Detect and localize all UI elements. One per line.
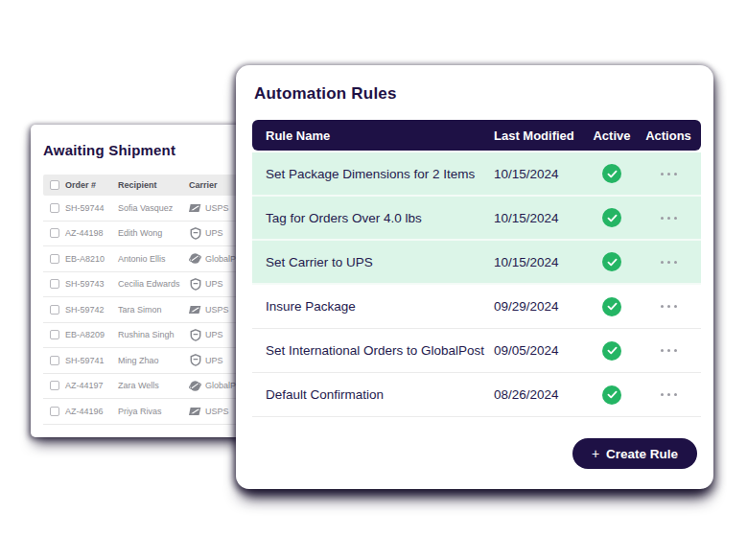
shipment-row[interactable]: SH-59743 Cecilia Edwards UPS [43, 272, 254, 298]
row-checkbox[interactable] [50, 228, 59, 238]
shipment-row[interactable]: AZ-44196 Priya Rivas USPS [43, 399, 254, 425]
rule-row[interactable]: Insure Package 09/29/2024 [252, 285, 701, 329]
shipment-row[interactable]: EB-A8210 Antonio Ellis GlobalPost [43, 246, 254, 272]
carrier-name: USPS [205, 407, 229, 416]
rule-name: Set Carrier to UPS [252, 255, 494, 269]
order-number: AZ-44197 [65, 381, 118, 390]
order-number: EB-A8209 [65, 330, 118, 339]
active-check-icon[interactable] [602, 164, 621, 183]
ups-icon [189, 354, 201, 366]
shipment-row[interactable]: AZ-44197 Zara Wells GlobalPost [43, 374, 254, 400]
automation-rules-table: Rule Name Last Modified Active Actions S… [252, 120, 701, 417]
column-header-active: Active [588, 128, 636, 143]
row-actions-menu-icon[interactable] [661, 393, 677, 396]
column-header-rule-name: Rule Name [252, 128, 494, 143]
row-actions-menu-icon[interactable] [661, 261, 677, 264]
plus-icon: + [592, 446, 599, 461]
row-actions-menu-icon[interactable] [661, 173, 677, 175]
recipient-name: Priya Rivas [118, 407, 189, 416]
order-number: AZ-44198 [65, 228, 118, 238]
active-check-icon[interactable] [602, 385, 621, 405]
order-number: SH-59743 [65, 279, 118, 289]
globalpost-icon [189, 380, 201, 392]
active-check-icon[interactable] [602, 297, 621, 316]
recipient-name: Rushina Singh [118, 330, 189, 339]
active-check-icon[interactable] [602, 341, 621, 361]
select-all-checkbox[interactable] [50, 180, 59, 190]
ups-icon [189, 278, 201, 291]
rule-name: Default Confirmation [252, 387, 494, 402]
awaiting-shipment-title: Awaiting Shipment [43, 142, 175, 158]
awaiting-shipment-table: Order # Recipient Carrier SH-59744 Sofia… [43, 175, 254, 425]
row-checkbox[interactable] [50, 203, 59, 213]
row-checkbox[interactable] [50, 330, 59, 339]
rule-last-modified: 09/29/2024 [494, 299, 588, 314]
carrier-name: UPS [205, 279, 223, 289]
column-header-last-modified: Last Modified [494, 128, 588, 143]
automation-rules-card: Automation Rules Rule Name Last Modified… [236, 65, 713, 489]
create-rule-button[interactable]: + Create Rule [572, 438, 697, 469]
rule-last-modified: 09/05/2024 [494, 343, 588, 358]
recipient-name: Cecilia Edwards [118, 279, 189, 289]
row-checkbox[interactable] [50, 381, 59, 390]
row-checkbox[interactable] [50, 279, 59, 289]
order-number: AZ-44196 [65, 407, 118, 416]
rule-name: Insure Package [252, 299, 494, 314]
column-header-actions: Actions [636, 128, 701, 143]
rule-row[interactable]: Set Carrier to UPS 10/15/2024 [252, 241, 701, 285]
rule-last-modified: 10/15/2024 [494, 211, 588, 225]
rule-last-modified: 08/26/2024 [494, 387, 588, 402]
globalpost-icon [189, 252, 201, 265]
rule-name: Set International Orders to GlobalPost [252, 343, 494, 358]
row-actions-menu-icon[interactable] [661, 217, 677, 220]
recipient-name: Ming Zhao [118, 356, 189, 365]
recipient-name: Edith Wong [118, 228, 189, 238]
ups-icon [189, 227, 201, 240]
order-number: SH-59744 [65, 203, 118, 213]
rule-last-modified: 10/15/2024 [494, 255, 588, 269]
rule-name: Tag for Orders Over 4.0 lbs [252, 211, 494, 225]
rule-row[interactable]: Set International Orders to GlobalPost 0… [252, 329, 701, 373]
rule-last-modified: 10/15/2024 [494, 167, 588, 181]
carrier-name: USPS [205, 305, 229, 315]
awaiting-shipment-card: Awaiting Shipment Order # Recipient Carr… [31, 125, 261, 437]
automation-rules-header-row: Rule Name Last Modified Active Actions [252, 120, 701, 151]
shipment-row[interactable]: EB-A8209 Rushina Singh UPS [43, 323, 254, 349]
carrier-name: UPS [205, 356, 223, 365]
active-check-icon[interactable] [602, 252, 621, 271]
row-checkbox[interactable] [50, 407, 59, 416]
awaiting-shipment-header-row: Order # Recipient Carrier [43, 175, 254, 196]
shipment-row[interactable]: AZ-44198 Edith Wong UPS [43, 222, 254, 247]
shipment-row[interactable]: SH-59742 Tara Simon USPS [43, 297, 254, 323]
row-actions-menu-icon[interactable] [661, 349, 677, 352]
row-checkbox[interactable] [50, 305, 59, 315]
rule-row[interactable]: Default Confirmation 08/26/2024 [252, 373, 701, 417]
order-number: SH-59742 [65, 305, 118, 315]
usps-icon [189, 303, 201, 315]
usps-icon [189, 405, 201, 417]
order-number: SH-59741 [65, 356, 118, 365]
carrier-name: UPS [205, 228, 223, 238]
order-number: EB-A8210 [65, 254, 118, 264]
active-check-icon[interactable] [602, 208, 621, 227]
shipment-row[interactable]: SH-59744 Sofia Vasquez USPS [43, 196, 254, 222]
recipient-name: Zara Wells [118, 381, 189, 390]
usps-icon [189, 201, 201, 214]
page: Awaiting Shipment Order # Recipient Carr… [0, 0, 747, 560]
rule-row[interactable]: Tag for Orders Over 4.0 lbs 10/15/2024 [252, 197, 701, 241]
carrier-name: USPS [205, 203, 229, 213]
ups-icon [189, 329, 201, 341]
recipient-name: Sofia Vasquez [118, 203, 189, 213]
automation-rules-title: Automation Rules [254, 84, 397, 104]
rule-name: Set Package Dimensions for 2 Items [252, 167, 494, 181]
column-header-recipient: Recipient [118, 180, 189, 190]
column-header-order: Order # [65, 180, 118, 190]
row-actions-menu-icon[interactable] [661, 305, 677, 308]
recipient-name: Tara Simon [118, 305, 189, 315]
row-checkbox[interactable] [50, 356, 59, 365]
shipment-row[interactable]: SH-59741 Ming Zhao UPS [43, 348, 254, 374]
recipient-name: Antonio Ellis [118, 254, 189, 264]
rule-row[interactable]: Set Package Dimensions for 2 Items 10/15… [252, 152, 701, 197]
row-checkbox[interactable] [50, 254, 59, 264]
carrier-name: UPS [205, 330, 223, 339]
